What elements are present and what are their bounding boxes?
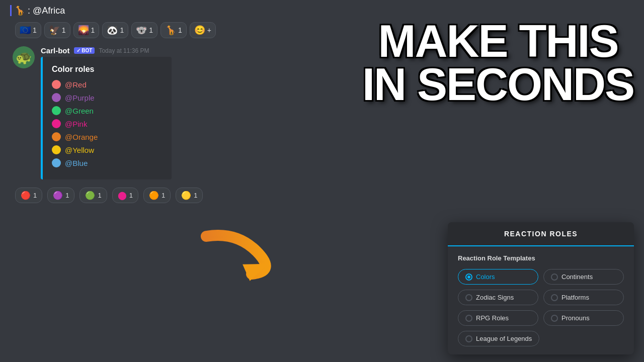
template-btn-pronouns[interactable]: Pronouns <box>543 310 624 326</box>
template-label-continents: Continents <box>561 273 593 281</box>
reaction-eagle-emoji: 🦅 <box>49 25 60 36</box>
role-orange: @Orange <box>52 132 163 141</box>
role-green-label: @Green <box>65 107 94 115</box>
bottom-react-green-count: 1 <box>98 192 101 199</box>
headline-line2: IN SECONDS <box>362 63 634 107</box>
bottom-react-red[interactable]: 🔴 1 <box>15 188 42 203</box>
template-label-rpg: RPG Roles <box>476 314 509 322</box>
template-label-pronouns: Pronouns <box>561 314 590 322</box>
role-blue: @Blue <box>52 158 163 167</box>
bottom-react-pink-emoji: ⬤ <box>118 191 127 200</box>
reaction-panda-emoji: 🐼 <box>107 25 118 36</box>
arrow <box>196 221 297 284</box>
template-label-zodiac: Zodiac Signs <box>476 294 514 301</box>
bottom-react-green-emoji: 🟢 <box>85 191 95 200</box>
role-red: @Red <box>52 80 163 89</box>
reaction-landscape[interactable]: 🌄 1 <box>73 22 100 38</box>
headline: MAKE THIS IN SECONDS <box>362 20 634 106</box>
radio-zodiac <box>465 294 472 301</box>
reaction-eagle-count: 1 <box>62 26 66 34</box>
bot-avatar: 🐢 <box>13 46 35 68</box>
bottom-react-yellow[interactable]: 🟡 1 <box>176 188 203 203</box>
reaction-eagle[interactable]: 🦅 1 <box>44 22 70 38</box>
bot-badge: ✓ BOT <box>74 47 95 54</box>
chat-panel: 🦒 : @Africa 🇪🇺 1 🦅 1 🌄 1 🐼 1 🐨 1 🦒 1 😊 <box>0 0 282 362</box>
bottom-react-yellow-emoji: 🟡 <box>181 191 191 200</box>
rr-league-row: League of Legends <box>458 331 624 346</box>
template-btn-rpg[interactable]: RPG Roles <box>458 310 538 326</box>
rr-panel-header: REACTION ROLES <box>448 222 634 246</box>
reaction-roles-panel: REACTION ROLES Reaction Role Templates C… <box>448 222 634 354</box>
bottom-react-orange-emoji: 🟠 <box>149 191 159 200</box>
role-yellow-dot <box>52 145 61 154</box>
bot-time: Today at 11:36 PM <box>99 47 149 54</box>
bottom-react-orange-count: 1 <box>162 192 165 199</box>
bottom-react-purple[interactable]: 🟣 1 <box>47 188 74 203</box>
template-btn-zodiac[interactable]: Zodiac Signs <box>458 290 538 305</box>
embed-title: Color roles <box>52 65 163 74</box>
top-reactions: 🇪🇺 1 🦅 1 🌄 1 🐼 1 🐨 1 🦒 1 😊 + <box>15 22 272 38</box>
reaction-panda[interactable]: 🐼 1 <box>102 22 128 38</box>
rr-templates-grid: Colors Continents Zodiac Signs Platforms… <box>458 269 624 326</box>
role-blue-dot <box>52 158 61 167</box>
role-purple-label: @Purple <box>65 94 95 102</box>
role-blue-label: @Blue <box>65 159 88 167</box>
bottom-react-yellow-count: 1 <box>194 192 197 199</box>
template-btn-platforms[interactable]: Platforms <box>543 290 624 305</box>
reaction-giraffe-count: 1 <box>178 26 182 34</box>
africa-message: 🦒 : @Africa <box>10 5 272 16</box>
rr-body: Reaction Role Templates Colors Continent… <box>448 246 634 354</box>
template-btn-colors[interactable]: Colors <box>458 269 538 285</box>
bottom-react-pink[interactable]: ⬤ 1 <box>112 188 138 203</box>
bottom-react-red-count: 1 <box>33 192 37 199</box>
color-roles-embed: Color roles @Red @Purple @Green @Pink <box>41 57 172 179</box>
reaction-giraffe-emoji: 🦒 <box>165 25 176 36</box>
radio-continents <box>551 274 558 281</box>
reaction-eu-emoji: 🇪🇺 <box>20 25 31 36</box>
role-pink-label: @Pink <box>65 120 87 128</box>
template-btn-continents[interactable]: Continents <box>543 269 624 285</box>
reaction-giraffe[interactable]: 🦒 1 <box>160 22 187 38</box>
africa-label: 🦒 : @Africa <box>14 5 65 16</box>
reaction-eu-count: 1 <box>33 26 37 34</box>
bot-avatar-emoji: 🐢 <box>16 50 32 65</box>
reaction-koala-count: 1 <box>149 26 153 34</box>
bot-header: Carl-bot ✓ BOT Today at 11:36 PM <box>41 46 272 55</box>
reaction-panda-count: 1 <box>120 26 124 34</box>
template-btn-lol[interactable]: League of Legends <box>458 331 539 346</box>
radio-lol <box>465 335 472 342</box>
radio-pronouns <box>551 315 558 322</box>
reaction-landscape-count: 1 <box>91 26 95 34</box>
bottom-react-pink-count: 1 <box>129 192 133 199</box>
bot-message: 🐢 Carl-bot ✓ BOT Today at 11:36 PM Color… <box>13 46 272 179</box>
rr-templates-label: Reaction Role Templates <box>458 254 624 262</box>
reaction-add[interactable]: 😊 + <box>190 22 216 38</box>
role-green-dot <box>52 106 61 115</box>
bot-content: Carl-bot ✓ BOT Today at 11:36 PM Color r… <box>41 46 272 179</box>
role-pink-dot <box>52 119 61 128</box>
bottom-react-purple-emoji: 🟣 <box>53 191 63 200</box>
bottom-react-red-emoji: 🔴 <box>21 191 31 200</box>
role-red-dot <box>52 80 61 89</box>
role-purple-dot <box>52 93 61 102</box>
bottom-react-purple-count: 1 <box>65 192 69 199</box>
role-pink: @Pink <box>52 119 163 128</box>
bot-name: Carl-bot <box>41 46 70 55</box>
template-label-colors: Colors <box>476 273 495 281</box>
reaction-eu[interactable]: 🇪🇺 1 <box>15 22 41 38</box>
bottom-react-green[interactable]: 🟢 1 <box>79 188 107 203</box>
role-purple: @Purple <box>52 93 163 102</box>
rr-header-text: REACTION ROLES <box>504 230 578 238</box>
template-label-platforms: Platforms <box>561 294 589 301</box>
bottom-react-orange[interactable]: 🟠 1 <box>143 188 171 203</box>
reaction-landscape-emoji: 🌄 <box>78 25 89 36</box>
radio-colors <box>465 274 472 281</box>
template-label-lol: League of Legends <box>476 335 532 342</box>
reaction-add-symbol: + <box>207 26 211 34</box>
reaction-koala[interactable]: 🐨 1 <box>131 22 157 38</box>
role-yellow-label: @Yellow <box>65 146 94 154</box>
role-yellow: @Yellow <box>52 145 163 154</box>
reaction-add-emoji: 😊 <box>194 25 205 36</box>
role-orange-label: @Orange <box>65 133 98 141</box>
radio-rpg <box>465 315 472 322</box>
